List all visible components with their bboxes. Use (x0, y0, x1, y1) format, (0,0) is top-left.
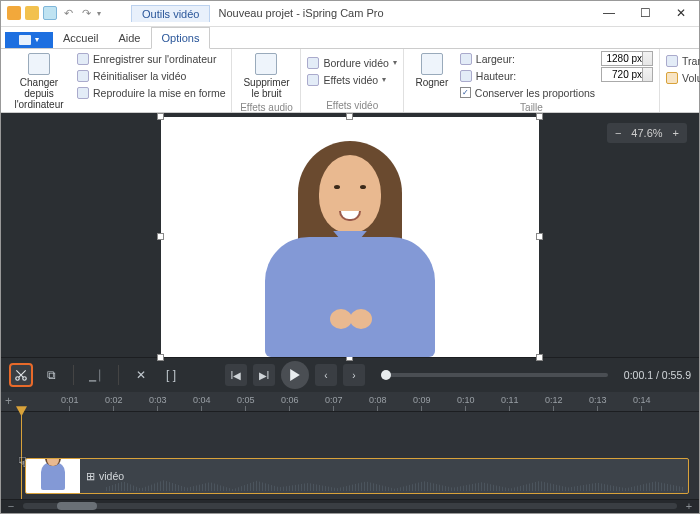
preview-stage: − 47.6% + (1, 113, 699, 357)
ruler-tick: 0:11 (501, 395, 519, 405)
resize-handle[interactable] (536, 233, 543, 240)
effects-icon (307, 74, 319, 86)
video-clip[interactable]: ⊞vidéo (25, 458, 689, 494)
ruler-tick: 0:14 (633, 395, 651, 405)
clip-type-icon: ⊞ (86, 470, 95, 482)
next-frame-button[interactable]: ▶I (253, 364, 275, 386)
file-menu-button[interactable] (5, 32, 53, 48)
group-label-veffects: Effets vidéo (307, 99, 396, 111)
resize-handle[interactable] (157, 233, 164, 240)
crop-icon (421, 53, 443, 75)
time-ruler[interactable]: + 0:010:020:030:040:050:060:070:080:090:… (1, 392, 699, 412)
remove-noise-button[interactable]: Supprimer le bruit (238, 51, 294, 101)
resize-handle[interactable] (536, 113, 543, 120)
redo-icon[interactable]: ↷ (79, 6, 93, 20)
qat-icon-3[interactable] (43, 6, 57, 20)
trim-tool-button[interactable]: ⎯⎢ (84, 363, 108, 387)
qat-icon-1[interactable] (7, 6, 21, 20)
maximize-button[interactable]: ☐ (627, 1, 663, 25)
minimize-button[interactable]: — (591, 1, 627, 25)
timeline-zoom-out[interactable]: − (5, 500, 17, 512)
add-track-button[interactable]: + (5, 394, 12, 408)
change-from-computer-button[interactable]: Changer depuis l'ordinateur (7, 51, 71, 112)
width-input[interactable]: 1280 px (601, 51, 653, 66)
replace-video-icon (28, 53, 50, 75)
timeline: + 0:010:020:030:040:050:060:070:080:090:… (1, 392, 699, 513)
step-back-button[interactable]: ‹ (315, 364, 337, 386)
delete-tool-button[interactable]: ✕ (129, 363, 153, 387)
copy-tool-button[interactable]: ⧉ (39, 363, 63, 387)
play-button[interactable] (281, 361, 309, 389)
waveform (106, 477, 684, 491)
resize-handle[interactable] (346, 113, 353, 120)
ruler-tick: 0:08 (369, 395, 387, 405)
title-bar: ↶ ↷ ▾ Outils vidéo Nouveau projet - iSpr… (1, 1, 699, 27)
keep-ratio-checkbox[interactable]: ✓ (460, 87, 471, 98)
scrub-bar[interactable] (381, 373, 608, 377)
ruler-tick: 0:10 (457, 395, 475, 405)
close-button[interactable]: ✕ (663, 1, 699, 25)
window-title: Nouveau projet - iSpring Cam Pro (218, 7, 383, 19)
zoom-out-button[interactable]: − (615, 127, 621, 139)
cut-tool-button[interactable] (9, 363, 33, 387)
group-label-props: Propriétés (666, 99, 700, 111)
transparency-label: Transparence: (682, 55, 700, 67)
resize-handle[interactable] (157, 113, 164, 120)
qat-dropdown-icon[interactable]: ▾ (97, 9, 101, 18)
clip-label: vidéo (99, 470, 124, 482)
width-icon (460, 53, 472, 65)
qat-icon-2[interactable] (25, 6, 39, 20)
copy-format-button[interactable]: Reproduire la mise en forme (77, 85, 225, 101)
reset-video-button[interactable]: Réinitialiser la vidéo (77, 68, 225, 84)
ruler-tick: 0:04 (193, 395, 211, 405)
ruler-tick: 0:03 (149, 395, 167, 405)
ribbon: Changer depuis l'ordinateur Enregistrer … (1, 49, 699, 113)
ruler-tick: 0:02 (105, 395, 123, 405)
resize-handle[interactable] (536, 354, 543, 361)
ruler-tick: 0:07 (325, 395, 343, 405)
ruler-tick: 0:01 (61, 395, 79, 405)
zoom-value: 47.6% (631, 127, 662, 139)
zoom-in-button[interactable]: + (673, 127, 679, 139)
format-painter-icon (77, 87, 89, 99)
ribbon-tabs: Accueil Aide Options (1, 27, 699, 49)
group-label-audio: Effets audio (238, 101, 294, 113)
height-label: Hauteur: (476, 70, 516, 82)
tab-options[interactable]: Options (151, 27, 211, 49)
ruler-tick: 0:09 (413, 395, 431, 405)
tracks-area[interactable]: ☟ ⊞vidéo (1, 412, 699, 499)
save-icon (77, 53, 89, 65)
volume-label: Volume (682, 72, 700, 84)
border-icon (307, 57, 319, 69)
resize-handle[interactable] (157, 354, 164, 361)
tab-home[interactable]: Accueil (53, 28, 108, 48)
video-presenter (260, 137, 440, 357)
height-input[interactable]: 720 px (601, 67, 653, 82)
quick-access-toolbar: ↶ ↷ ▾ (1, 6, 107, 20)
ruler-tick: 0:06 (281, 395, 299, 405)
keep-ratio-label: Conserver les proportions (475, 87, 595, 99)
video-border-button[interactable]: Bordure vidéo▾ (307, 55, 396, 71)
undo-icon[interactable]: ↶ (61, 6, 75, 20)
crop-button[interactable]: Rogner (410, 51, 454, 90)
prev-frame-button[interactable]: I◀ (225, 364, 247, 386)
contextual-tab-label: Outils vidéo (131, 5, 210, 22)
reset-icon (77, 70, 89, 82)
timeline-zoom-in[interactable]: + (683, 500, 695, 512)
tab-help[interactable]: Aide (108, 28, 150, 48)
zoom-control: − 47.6% + (607, 123, 687, 143)
noise-icon (255, 53, 277, 75)
time-display: 0:00.1 / 0:55.9 (624, 369, 691, 381)
ruler-tick: 0:05 (237, 395, 255, 405)
timeline-zoom-bar: − + (1, 499, 699, 513)
video-canvas[interactable] (161, 117, 539, 357)
ruler-tick: 0:12 (545, 395, 563, 405)
split-tool-button[interactable]: [ ] (159, 363, 183, 387)
save-to-computer-button[interactable]: Enregistrer sur l'ordinateur (77, 51, 225, 67)
step-fwd-button[interactable]: › (343, 364, 365, 386)
video-effects-button[interactable]: Effets vidéo▾ (307, 72, 396, 88)
timeline-scroll[interactable] (23, 503, 677, 509)
height-icon (460, 70, 472, 82)
volume-icon (666, 72, 678, 84)
group-label-size: Taille (410, 101, 653, 113)
